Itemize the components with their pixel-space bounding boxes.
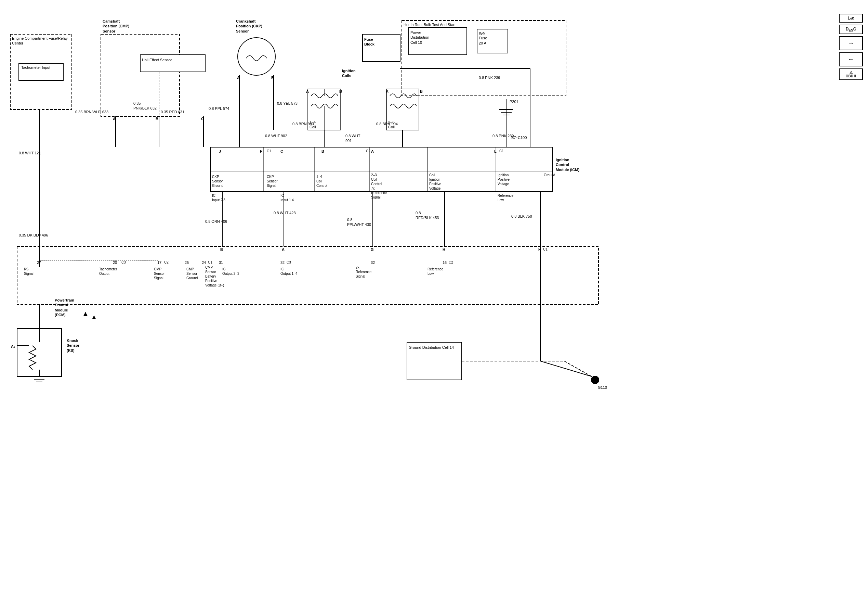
obd-ii-icon: ⚠OBD II (839, 68, 863, 80)
icm-coil-23-control: 2–3CoilControl7xReferenceSignal (371, 173, 387, 199)
right-icons-panel: L₀c DESC → ← ⚠OBD II (839, 14, 863, 80)
wire-903-label: 0.8 BRN 903 (292, 121, 314, 126)
svg-point-54 (591, 376, 599, 384)
icm-c1-bot: C1 (499, 149, 504, 153)
pcm-pin-h: H (443, 247, 445, 252)
pcm-7x-ref: 7xReferenceSignal (356, 265, 371, 278)
wire-633-label: 0.35 BRN/WHT 633 (75, 109, 108, 114)
pin-25: 25 (185, 260, 189, 265)
pin-32-c3: 32 (281, 260, 285, 265)
hot-in-run-label: Hot In Run, Bulb Test And Start (403, 22, 456, 27)
coil1-pin-a: A (306, 89, 309, 94)
p201-label: P201 (510, 99, 518, 104)
ignition-coils-label: IgnitionCoils (342, 68, 356, 78)
pcm-c1-b: C1 (208, 260, 212, 264)
arrow-right-icon: → (839, 36, 863, 50)
icm-pin-l: L (494, 149, 497, 154)
arrow-left-icon: ← (839, 52, 863, 67)
g110-label: G110 (598, 385, 607, 390)
pcm-pin-g: G (371, 247, 374, 252)
icm-coil-14-control: 1–4CoilControl (316, 174, 327, 188)
pcm-tach-output: TachometerOutput (99, 267, 117, 276)
pcm-c2-b: C2 (449, 260, 453, 264)
wire-453-label: 0.8RED/BLK 453 (415, 210, 439, 221)
cmp-pin-a: A (113, 117, 116, 121)
pcm-cmp-batt: CMPSensorBatteryPositiveVoltage (B+) (205, 265, 224, 288)
pin-17: 17 (157, 260, 161, 265)
icm-coil-ign-pos: CoilIgnitionPositiveVoltage (429, 173, 441, 191)
ign-fuse-label: IGNFuse20 A (479, 31, 487, 45)
tachometer-input-label: Tachometer Input (21, 65, 50, 70)
ckp-sensor-title: CrankshaftPosition (CKP)Sensor (236, 19, 262, 34)
wire-239-bot-label: 0.8 PNK 239 (493, 134, 514, 138)
icm-ref-low-label: ReferenceLow (498, 193, 513, 202)
pcm-c1-label: C1 (543, 247, 547, 252)
pcm-ks-signal: KSSignal (24, 267, 34, 276)
pcm-c3-a: C3 (121, 260, 126, 264)
ks-pin-a: A↓ (11, 344, 16, 349)
wire-902-label: 0.8 WHT 902 (265, 134, 287, 138)
icm-pin-a: A (371, 149, 374, 154)
ckp-pin-b: B (271, 75, 274, 80)
pcm-c2-a: C2 (164, 260, 169, 264)
wire-904-label: 0.8 BRN 904 (376, 121, 398, 126)
pcm-warning-2: ▲ (91, 313, 98, 321)
pin-27: 27 (37, 260, 41, 265)
svg-line-53 (564, 361, 592, 376)
coil2-pin-b: B (420, 89, 423, 94)
fuse-block-label: FuseBlock (364, 37, 375, 47)
coil1-pin-b: B (339, 89, 342, 94)
loc-icon: L₀c (839, 14, 863, 23)
cmp-pin-b: B (156, 117, 158, 121)
pcm-ref-low: ReferenceLow (428, 267, 443, 276)
wire-430-label: 0.8PPL/WHT 430 (347, 217, 371, 227)
pcm-pin-k: K (538, 247, 541, 252)
svg-rect-17 (17, 328, 62, 376)
ckp-pin-a: A (237, 75, 240, 80)
ground-dist-cell14-label: Ground Distribution Cell 14 (409, 345, 454, 350)
wire-121-label: 0.8 WHT 121 (19, 151, 41, 155)
wire-406-label: 0.8 ORN 406 (205, 219, 227, 224)
wire-631-label: 0.35 RED 631 (161, 109, 184, 114)
icm-pin-f: F (260, 149, 262, 154)
pin-20: 20 (113, 260, 117, 265)
icm-pin-c: C (281, 149, 283, 154)
pin-32-c2: 32 (371, 260, 375, 265)
pcm-ic-output14: ICOutput 1–4 (281, 267, 297, 276)
coil2-pin-a: A (386, 89, 389, 94)
engine-compartment-label: Engine Compartment Fuse/Relay Center (12, 36, 70, 46)
wire-496-label: 0.35 DK BLU 496 (19, 233, 48, 238)
pcm-pin-b-c1: B (220, 247, 223, 252)
svg-line-56 (540, 361, 592, 376)
icm-ground-label: Ground (544, 173, 555, 177)
pin-31: 31 (219, 260, 223, 265)
icm-ign-pos-voltage: IgnitionPositiveVoltage (498, 173, 510, 186)
icm-c2-top: C2 (366, 149, 370, 153)
cmp-sensor-title: CamshaftPosition (CMP)Sensor (102, 19, 129, 34)
pcm-pin-a-c1: A (282, 247, 285, 252)
icm-title: IgnitionControlModule (ICM) (556, 157, 579, 172)
svg-point-4 (238, 38, 275, 75)
knock-sensor-label: KnockSensor(KS) (67, 338, 79, 353)
pin-16: 16 (443, 260, 446, 265)
icm-ckp-ground: CKPSensorGround (212, 174, 223, 188)
power-dist-cell10-label: PowerDistributionCell 10 (411, 30, 429, 45)
hall-effect-sensor-label: Hall Effect Sensor (142, 58, 172, 62)
wire-901-label: 0.8 WHT901 (346, 134, 360, 143)
icm-ckp-signal: CKPSensorSignal (267, 174, 278, 188)
pin-24: 24 (202, 260, 206, 265)
icm-pin-b: B (321, 149, 324, 154)
desc-icon: DESC (839, 25, 863, 34)
pcm-title: PowertrainControlModule(PCM) (55, 298, 74, 317)
b7c100-label: B7↑C100 (511, 135, 527, 140)
wire-573-label: 0.8 YEL 573 (277, 101, 298, 106)
wire-574-label: 0.8 PPL 574 (209, 106, 229, 111)
wire-423-label: 0.8 WHT 423 (274, 210, 296, 215)
pcm-c3-b: C3 (287, 260, 291, 264)
ic-input1-label: ICInput 1 4 (281, 193, 294, 202)
ic-input2-label: ICInput 2 3 (212, 193, 225, 202)
icm-pin-j: J (219, 149, 221, 154)
wiring-diagram: Engine Compartment Fuse/Relay Center Tac… (0, 0, 868, 614)
pcm-ic-output23: ICOutput 2–3 (222, 267, 239, 276)
pcm-cmp-signal: CMPSensorSignal (154, 267, 165, 280)
